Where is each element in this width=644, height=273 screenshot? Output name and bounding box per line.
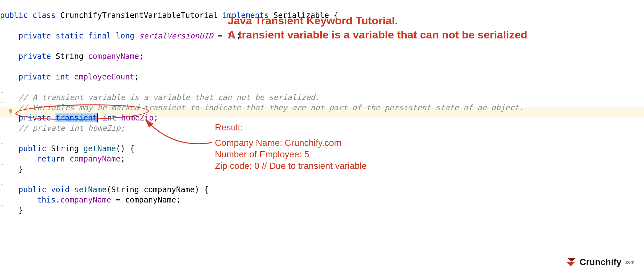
gutter-mark-icon: ⌄ — [1, 86, 3, 96]
annotation-result-line3: Zip code: 0 // Due to transient variable — [215, 160, 367, 172]
keyword: int — [55, 72, 69, 81]
keyword: private — [19, 52, 51, 61]
field-name: serialVersionUID — [139, 31, 213, 40]
op: = — [213, 31, 227, 40]
method-name: setName — [74, 185, 106, 194]
method-signature: (String companyName) { — [106, 185, 208, 194]
annotation-title-line2: A transient variable is a variable that … — [228, 28, 527, 42]
semicolon: ; — [154, 113, 158, 122]
gutter-mark-icon: ⌄ — [1, 137, 3, 148]
method-signature: () { — [116, 144, 134, 153]
annotation-result: Result: Company Name: Crunchify.com Numb… — [215, 122, 367, 172]
annotation-result-line2: Number of Employee: 5 — [215, 149, 367, 160]
type: String — [55, 52, 83, 61]
semicolon: ; — [139, 52, 144, 61]
keyword: this — [37, 195, 56, 204]
op: . — [55, 195, 60, 204]
brace: } — [19, 165, 23, 174]
semicolon: ; — [121, 154, 125, 163]
annotation-title-line1: Java Transient Keyword Tutorial. — [228, 13, 527, 28]
field-name: employeeCount — [74, 72, 134, 81]
type: String — [51, 144, 79, 153]
crunchify-logo-suffix: .com — [625, 260, 634, 265]
gutter-mark-icon: ⌄ — [1, 178, 3, 189]
annotation-result-header: Result: — [215, 122, 367, 133]
crunchify-logo-text: Crunchify — [580, 257, 622, 267]
keyword: final — [88, 31, 111, 40]
op: = companyName; — [111, 195, 181, 204]
annotation-title: Java Transient Keyword Tutorial. A trans… — [228, 13, 527, 42]
keyword: long — [116, 31, 134, 40]
keyword: public — [0, 11, 28, 20]
field-name: companyName — [88, 52, 139, 61]
brace: } — [19, 206, 23, 215]
keyword: void — [51, 185, 70, 194]
field-name: companyName — [70, 154, 121, 163]
keyword: public — [19, 185, 47, 194]
keyword: return — [37, 154, 65, 163]
field-name: companyName — [60, 195, 111, 204]
comment: // A transient variable is a variable th… — [19, 93, 320, 102]
keyword: private — [19, 31, 51, 40]
gutter-mark-icon: ⌄ — [1, 199, 3, 209]
crunchify-logo-icon — [565, 257, 577, 267]
gutter-mark-icon: ⌄ — [1, 96, 3, 107]
annotation-result-line1: Company Name: Crunchify.com — [215, 137, 367, 149]
class-name: CrunchifyTransientVariableTutorial — [60, 11, 218, 20]
keyword: static — [55, 31, 83, 40]
crunchify-logo: Crunchify.com — [565, 257, 634, 267]
keyword: class — [32, 11, 55, 20]
keyword: public — [19, 144, 47, 153]
method-name: getName — [83, 144, 116, 153]
semicolon: ; — [134, 72, 139, 81]
comment: // private int homeZip; — [19, 124, 125, 133]
keyword: private — [19, 72, 51, 81]
gutter-mark-icon: ⌄ — [1, 158, 3, 168]
